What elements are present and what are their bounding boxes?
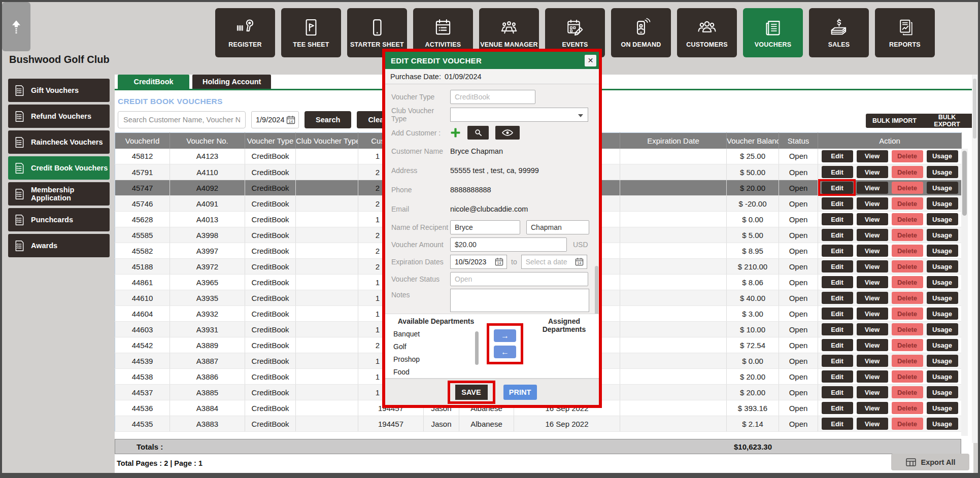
search-button[interactable]: Search <box>305 111 351 128</box>
department-item-proshop[interactable]: Proshop <box>393 353 481 366</box>
edit-button[interactable]: Edit <box>822 166 853 178</box>
nav-item-reports[interactable]: REPORTS <box>875 8 935 57</box>
usage-button[interactable]: Usage <box>927 213 958 225</box>
department-item-banquet[interactable]: Banquet <box>393 328 481 340</box>
view-button[interactable]: View <box>857 182 888 194</box>
page-scrollbar[interactable] <box>972 75 977 443</box>
delete-button[interactable]: Delete <box>892 339 923 351</box>
move-left-arrow-button[interactable]: ← <box>494 346 516 358</box>
usage-button[interactable]: Usage <box>927 166 958 178</box>
delete-button[interactable]: Delete <box>892 260 923 272</box>
sidebar-item-membership-application[interactable]: Membership Application <box>8 182 110 206</box>
usage-button[interactable]: Usage <box>927 355 958 367</box>
view-button[interactable]: View <box>857 355 888 367</box>
table-scrollbar-thumb[interactable] <box>962 151 967 216</box>
bulk-import-button[interactable]: BULK IMPORT <box>866 114 923 128</box>
page-scrollbar-thumb[interactable] <box>973 79 976 139</box>
usage-button[interactable]: Usage <box>927 292 958 304</box>
usage-button[interactable]: Usage <box>927 260 958 272</box>
edit-button[interactable]: Edit <box>822 323 853 335</box>
usage-button[interactable]: Usage <box>927 418 958 430</box>
club-voucher-type-select[interactable] <box>450 108 588 122</box>
view-button[interactable]: View <box>857 213 888 225</box>
edit-button[interactable]: Edit <box>822 260 853 272</box>
voucher-amount-field[interactable] <box>450 237 567 252</box>
delete-button[interactable]: Delete <box>892 323 923 335</box>
recipient-last-name-field[interactable] <box>526 220 589 234</box>
view-button[interactable]: View <box>857 150 888 162</box>
usage-button[interactable]: Usage <box>927 245 958 257</box>
close-icon[interactable]: ✕ <box>585 55 596 66</box>
edit-button[interactable]: Edit <box>822 370 853 383</box>
nav-item-on-demand[interactable]: ON DEMAND <box>611 8 671 57</box>
nav-item-register[interactable]: REGISTER <box>215 8 275 57</box>
sidebar-item-gift-vouchers[interactable]: Gift Vouchers <box>8 79 110 102</box>
view-button[interactable]: View <box>857 308 888 320</box>
edit-button[interactable]: Edit <box>822 355 853 367</box>
delete-button[interactable]: Delete <box>892 166 923 178</box>
view-button[interactable]: View <box>857 166 888 178</box>
department-item-food[interactable]: Food <box>393 366 481 379</box>
nav-item-tee-sheet[interactable]: TEE SHEET <box>281 8 341 57</box>
edit-button[interactable]: Edit <box>822 197 853 210</box>
view-button[interactable]: View <box>857 292 888 304</box>
delete-button[interactable]: Delete <box>892 197 923 210</box>
sidebar-item-refund-vouchers[interactable]: Refund Vouchers <box>8 105 110 128</box>
usage-button[interactable]: Usage <box>927 229 958 241</box>
recipient-first-name-field[interactable] <box>450 220 520 234</box>
usage-button[interactable]: Usage <box>927 323 958 335</box>
edit-button[interactable]: Edit <box>822 245 853 257</box>
usage-button[interactable]: Usage <box>927 386 958 398</box>
delete-button[interactable]: Delete <box>892 292 923 304</box>
edit-button[interactable]: Edit <box>822 213 853 225</box>
tab-creditbook[interactable]: CreditBook <box>118 75 189 89</box>
view-button[interactable]: View <box>857 229 888 241</box>
date-filter[interactable]: 1/9/2024 14 <box>251 111 299 128</box>
usage-button[interactable]: Usage <box>927 276 958 288</box>
edit-button[interactable]: Edit <box>822 276 853 288</box>
view-button[interactable]: View <box>857 276 888 288</box>
view-button[interactable]: View <box>857 370 888 383</box>
usage-button[interactable]: Usage <box>927 339 958 351</box>
usage-button[interactable]: Usage <box>927 150 958 162</box>
sidebar-item-awards[interactable]: Awards <box>8 234 110 257</box>
nav-item-customers[interactable]: CUSTOMERS <box>677 8 737 57</box>
delete-button[interactable]: Delete <box>892 182 923 194</box>
edit-button[interactable]: Edit <box>822 182 853 194</box>
usage-button[interactable]: Usage <box>927 182 958 194</box>
view-button[interactable]: View <box>857 197 888 210</box>
expiration-from-date[interactable]: 10/5/2023 14 <box>450 255 507 269</box>
add-customer-plus-icon[interactable] <box>450 127 461 138</box>
delete-button[interactable]: Delete <box>892 276 923 288</box>
save-button[interactable]: SAVE <box>455 385 488 400</box>
delete-button[interactable]: Delete <box>892 402 923 414</box>
sidebar-item-raincheck-vouchers[interactable]: Raincheck Vouchers <box>8 130 110 154</box>
usage-button[interactable]: Usage <box>927 402 958 414</box>
delete-button[interactable]: Delete <box>892 213 923 225</box>
delete-button[interactable]: Delete <box>892 229 923 241</box>
edit-button[interactable]: Edit <box>822 150 853 162</box>
print-button[interactable]: PRINT <box>503 385 537 400</box>
delete-button[interactable]: Delete <box>892 308 923 320</box>
notes-field[interactable] <box>450 289 589 312</box>
sidebar-item-punchcards[interactable]: Punchcards <box>8 208 110 231</box>
view-button[interactable]: View <box>857 323 888 335</box>
edit-button[interactable]: Edit <box>822 308 853 320</box>
usage-button[interactable]: Usage <box>927 197 958 210</box>
sidebar-item-credit-book-vouchers[interactable]: Credit Book Vouchers <box>8 156 110 180</box>
usage-button[interactable]: Usage <box>927 308 958 320</box>
nav-scroll-up-button[interactable] <box>2 2 30 51</box>
search-customer-button[interactable] <box>467 126 489 140</box>
departments-scrollbar-thumb[interactable] <box>475 331 479 365</box>
edit-button[interactable]: Edit <box>822 292 853 304</box>
delete-button[interactable]: Delete <box>892 418 923 430</box>
edit-button[interactable]: Edit <box>822 229 853 241</box>
view-button[interactable]: View <box>857 245 888 257</box>
bulk-export-button[interactable]: BULK EXPORT <box>921 114 973 128</box>
edit-button[interactable]: Edit <box>822 402 853 414</box>
move-right-arrow-button[interactable]: → <box>494 329 516 342</box>
table-scrollbar[interactable] <box>961 149 968 436</box>
nav-item-vouchers[interactable]: VOUCHERS <box>743 8 803 57</box>
view-button[interactable]: View <box>857 418 888 430</box>
expiration-to-date[interactable]: Select a date 14 <box>521 255 587 269</box>
